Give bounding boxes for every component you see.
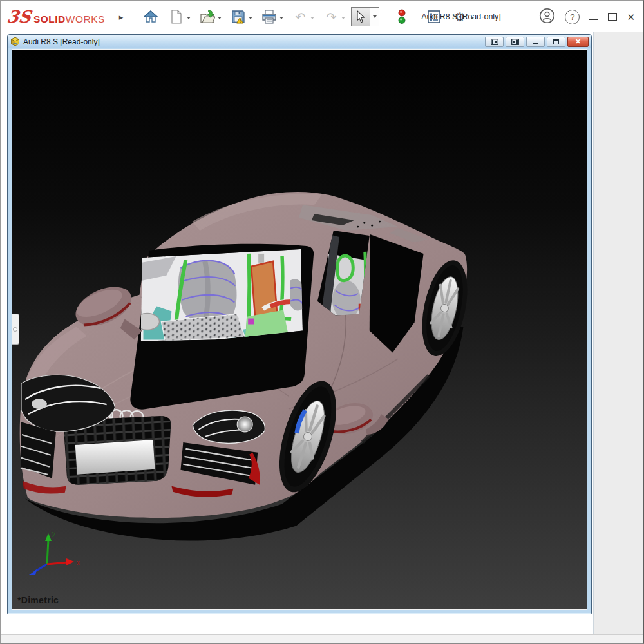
new-document-button[interactable]	[167, 7, 186, 26]
brand-text-solid: SOLID	[33, 14, 66, 25]
print-icon	[261, 10, 277, 24]
home-icon	[144, 10, 158, 24]
undo-dropdown[interactable]	[310, 17, 314, 21]
pane-left-button[interactable]	[485, 37, 504, 47]
doc-close-button[interactable]: ✕	[567, 37, 589, 47]
minimize-button[interactable]	[589, 10, 598, 20]
main-toolbar: 3S SOLIDWORKS ▸	[1, 1, 643, 33]
3ds-logo-icon: 3S	[6, 8, 32, 25]
menu-flyout-chevron-icon[interactable]: ▸	[119, 12, 124, 22]
undo-icon: ↶	[295, 11, 305, 23]
graphics-viewport[interactable]: y x *Dimetric	[12, 49, 587, 610]
orientation-triad: y x	[23, 527, 84, 585]
pane-right-button[interactable]	[506, 37, 524, 47]
solidworks-logo: 3S SOLIDWORKS	[1, 8, 105, 25]
triad-x-label: x	[77, 558, 80, 566]
document-title: Audi R8 S [Read-only]	[23, 37, 100, 46]
select-tool-dropdown[interactable]	[370, 7, 379, 26]
doc-minimize-button[interactable]	[526, 37, 545, 47]
triad-y-label: y	[52, 530, 55, 537]
save-button[interactable]	[229, 7, 248, 26]
open-dropdown[interactable]	[218, 17, 222, 21]
redo-icon: ↷	[326, 11, 336, 23]
account-button[interactable]	[539, 8, 555, 26]
select-arrow-icon	[355, 10, 366, 23]
doc-close-icon: ✕	[575, 37, 581, 46]
doc-restore-button[interactable]	[547, 37, 565, 47]
task-pane-area[interactable]	[593, 32, 643, 634]
part-cube-icon	[10, 37, 20, 46]
redo-button[interactable]: ↷	[321, 7, 341, 26]
undo-button[interactable]: ↶	[290, 7, 310, 26]
maximize-button[interactable]	[608, 13, 617, 21]
open-folder-icon	[200, 10, 215, 24]
save-icon	[231, 10, 245, 24]
brand-text-works: WORKS	[66, 14, 105, 25]
doc-restore-icon	[553, 39, 559, 44]
solidworks-window: 3S SOLIDWORKS ▸	[0, 0, 644, 644]
doc-minimize-icon	[533, 39, 538, 44]
view-orientation-label: *Dimetric	[17, 595, 59, 605]
document-window: Audi R8 S [Read-only]	[7, 34, 592, 614]
print-dropdown[interactable]	[279, 17, 283, 21]
select-tool-group	[351, 7, 379, 26]
close-button[interactable]: ✕	[627, 12, 635, 22]
open-button[interactable]	[198, 7, 217, 26]
window-controls: ? ✕	[539, 1, 635, 33]
print-button[interactable]	[260, 7, 279, 26]
select-tool-button[interactable]	[351, 7, 370, 26]
redo-dropdown[interactable]	[341, 17, 345, 21]
document-window-buttons: ✕	[483, 37, 589, 47]
help-button[interactable]: ?	[565, 10, 580, 24]
new-document-icon	[171, 10, 182, 24]
new-document-dropdown[interactable]	[187, 17, 191, 21]
help-icon: ?	[570, 12, 574, 22]
status-bar	[1, 634, 643, 643]
featuremanager-flyout-tab[interactable]	[12, 314, 19, 345]
close-icon: ✕	[627, 12, 635, 23]
pane-left-icon	[491, 39, 498, 45]
pane-right-icon	[511, 39, 519, 45]
window-title: Audi R8 S [Read-only]	[387, 1, 535, 33]
account-icon	[539, 8, 555, 24]
document-titlebar[interactable]: Audi R8 S [Read-only]	[8, 35, 591, 48]
save-dropdown[interactable]	[249, 17, 252, 21]
home-button[interactable]	[141, 7, 160, 26]
audi-r8-model[interactable]	[12, 50, 587, 609]
